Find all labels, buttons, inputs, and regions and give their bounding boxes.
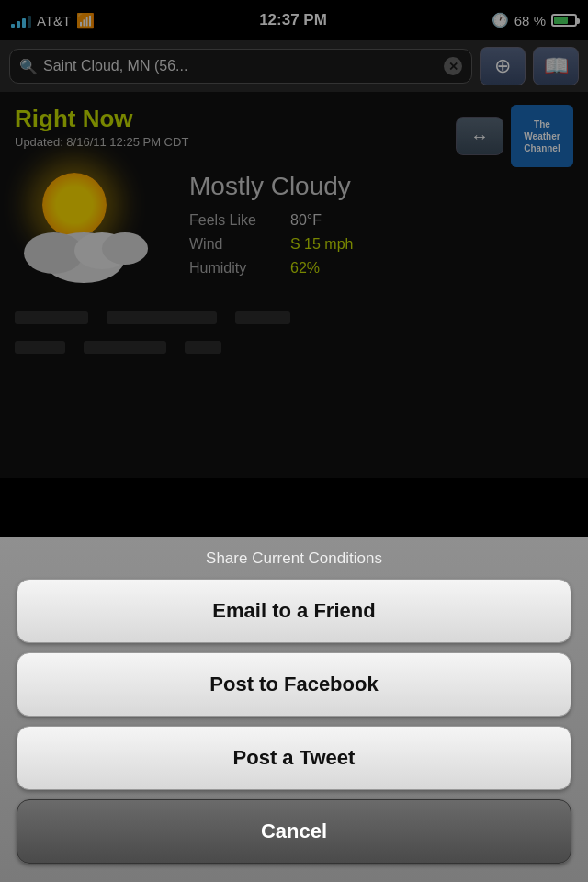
action-sheet-title: Share Current Conditions [0,537,588,579]
tweet-button-label: Post a Tweet [233,746,356,770]
cancel-button[interactable]: Cancel [17,799,571,864]
action-sheet: Share Current Conditions Email to a Frie… [0,537,588,882]
email-button[interactable]: Email to a Friend [17,579,571,643]
tweet-button[interactable]: Post a Tweet [17,726,571,790]
cancel-button-label: Cancel [261,820,327,843]
email-button-label: Email to a Friend [212,599,375,623]
action-sheet-overlay: Share Current Conditions Email to a Frie… [0,0,588,882]
facebook-button-label: Post to Facebook [209,673,378,696]
facebook-button[interactable]: Post to Facebook [17,652,571,717]
